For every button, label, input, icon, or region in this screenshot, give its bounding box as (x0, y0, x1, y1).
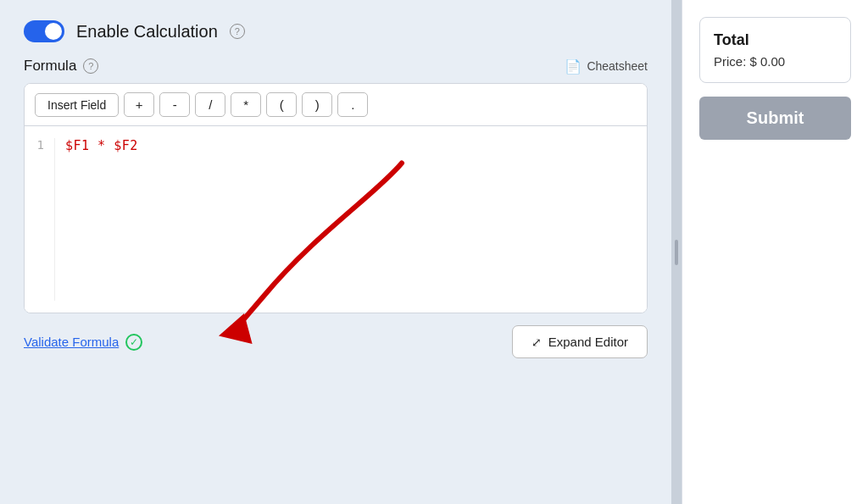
cheatsheet-button[interactable]: 📄 Cheatsheet (565, 58, 648, 75)
close-paren-button[interactable]: ) (302, 92, 332, 117)
multiply-button[interactable]: * (231, 92, 261, 117)
cheatsheet-label: Cheatsheet (587, 59, 648, 73)
enable-help-icon[interactable]: ? (230, 24, 245, 39)
minus-button[interactable]: - (159, 92, 190, 117)
line-numbers: 1 (25, 138, 55, 301)
cheatsheet-doc-icon: 📄 (565, 58, 581, 75)
total-section: Total Price: $ 0.00 (699, 17, 851, 83)
formula-header: Formula ? 📄 Cheatsheet (24, 58, 648, 75)
open-paren-button[interactable]: ( (266, 92, 297, 117)
plus-button[interactable]: + (124, 92, 154, 117)
editor-container: Insert Field + - / * ( ) . 1 $F1 * $F2 (24, 83, 648, 313)
bottom-row: Validate Formula ✓ ⤢ Expand Editor (24, 325, 648, 358)
toggle-knob (45, 23, 62, 40)
formula-help-icon[interactable]: ? (83, 58, 98, 74)
code-area[interactable]: 1 $F1 * $F2 (25, 126, 647, 313)
total-title: Total (714, 31, 837, 49)
expand-icon: ⤢ (531, 335, 542, 349)
validate-formula-link[interactable]: Validate Formula (24, 335, 119, 349)
enable-calculation-row: Enable Calculation ? (24, 20, 648, 42)
formula-label: Formula (24, 58, 76, 75)
enable-calculation-toggle[interactable] (24, 20, 64, 42)
insert-field-button[interactable]: Insert Field (35, 93, 119, 117)
expand-editor-label: Expand Editor (548, 335, 628, 349)
total-price: Price: $ 0.00 (714, 54, 837, 69)
divide-button[interactable]: / (195, 92, 225, 117)
formula-code[interactable]: $F1 * $F2 (65, 138, 138, 301)
formula-section: Formula ? 📄 Cheatsheet Insert Field + - … (24, 58, 648, 358)
panel-divider[interactable] (671, 0, 682, 504)
expand-editor-button[interactable]: ⤢ Expand Editor (512, 325, 648, 358)
right-panel: Total Price: $ 0.00 Submit (682, 0, 868, 504)
enable-calculation-label: Enable Calculation (76, 22, 218, 42)
formula-toolbar: Insert Field + - / * ( ) . (25, 84, 647, 126)
validate-row: Validate Formula ✓ (24, 334, 142, 351)
formula-label-row: Formula ? (24, 58, 98, 75)
dot-button[interactable]: . (337, 92, 368, 117)
divider-handle (675, 240, 678, 265)
main-panel: Enable Calculation ? Formula ? 📄 Cheatsh… (0, 0, 671, 504)
valid-checkmark-icon: ✓ (125, 334, 142, 351)
submit-button[interactable]: Submit (699, 97, 851, 140)
